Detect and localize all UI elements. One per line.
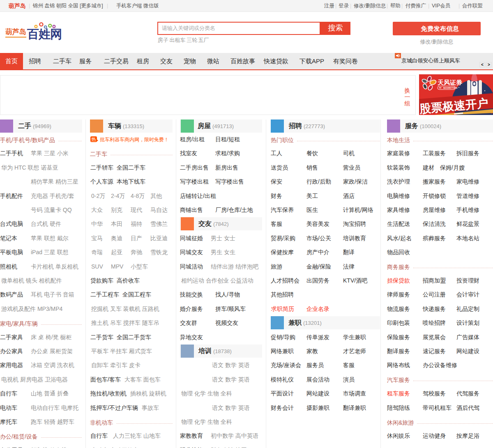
svg-text:TF SECURITIES: TF SECURITIES	[439, 87, 458, 90]
svg-text:天风证券: 天风证券	[437, 79, 463, 86]
